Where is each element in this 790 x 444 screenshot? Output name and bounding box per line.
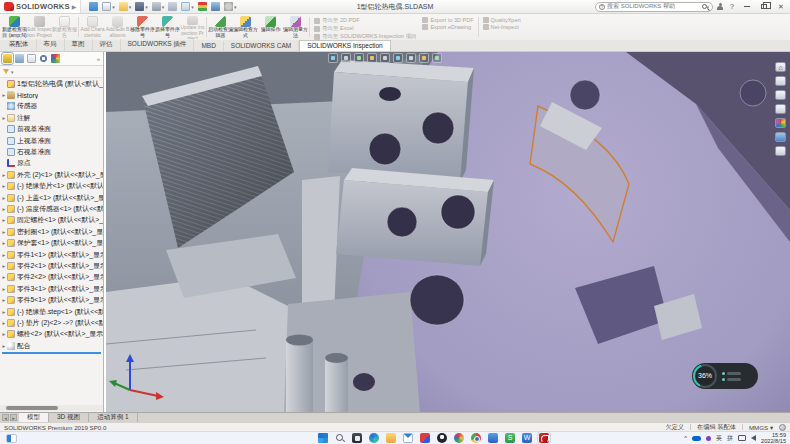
save-caret-icon[interactable]: ▾ bbox=[145, 4, 148, 10]
tree-item-component[interactable]: ▸固定螺栓<1> (默认<<默认>_显示 bbox=[0, 215, 103, 226]
save-icon[interactable] bbox=[135, 2, 144, 11]
tree-item-component[interactable]: ▸零件2<1> (默认<<默认>_显示状 bbox=[0, 260, 103, 271]
edit-inspection-project-button[interactable]: Edit Inspection Project bbox=[27, 15, 52, 39]
tree-item-component[interactable]: ▸零件1<1> (默认<<默认>_显示状态 bbox=[0, 249, 103, 260]
new-document-icon[interactable] bbox=[102, 2, 111, 11]
options-caret-icon[interactable]: ▾ bbox=[234, 4, 237, 10]
ime-language-indicator[interactable]: 英 bbox=[716, 434, 722, 443]
tray-app-icon[interactable] bbox=[706, 436, 711, 441]
update-inspection-project-button[interactable]: Update Inspection Project bbox=[180, 15, 205, 39]
filter-funnel-icon[interactable] bbox=[3, 69, 9, 74]
tree-item-component[interactable]: ▸零件3<1> (默认<<默认>_显示状 bbox=[0, 283, 103, 294]
solidworks-taskbar-icon[interactable] bbox=[539, 433, 549, 443]
tab-3d-views[interactable]: 3D 视图 bbox=[49, 413, 89, 422]
edit-appearance-icon[interactable] bbox=[419, 53, 429, 63]
export-excel-button[interactable]: 导出至 Excel bbox=[314, 25, 416, 32]
tree-item-right-plane[interactable]: 右视基准面 bbox=[0, 146, 103, 157]
zoom-pill-option[interactable] bbox=[722, 372, 741, 375]
tab-mbd[interactable]: MBD bbox=[194, 41, 223, 51]
edge-browser-icon[interactable] bbox=[369, 433, 379, 443]
tree-item-component[interactable]: ▸保护套<1> (默认<<默认>_显示状 bbox=[0, 237, 103, 248]
remove-balloons-button[interactable]: 移除零件序号 bbox=[130, 15, 155, 39]
tree-item-annotations[interactable]: ▸注解 bbox=[0, 112, 103, 123]
tab-model[interactable]: 模型 bbox=[19, 413, 49, 422]
search-icon[interactable] bbox=[702, 4, 707, 9]
file-explorer-taskbar-icon[interactable] bbox=[386, 433, 396, 443]
home-tab-icon[interactable]: ⌂ bbox=[775, 62, 786, 72]
solidworks-resources-icon[interactable] bbox=[775, 76, 786, 86]
tree-item-component[interactable]: ▸(-) 绝缘垫.step<1> (默认<<默认> bbox=[0, 306, 103, 317]
appearances-tab-icon[interactable] bbox=[51, 54, 60, 63]
app-blue-icon[interactable] bbox=[488, 433, 498, 443]
undo-icon[interactable] bbox=[168, 2, 177, 11]
clock[interactable]: 15:59 2022/8/15 bbox=[761, 432, 786, 444]
tab-evaluate[interactable]: 评估 bbox=[93, 39, 121, 51]
new-caret-icon[interactable]: ▾ bbox=[112, 4, 115, 10]
export-edrawing-button[interactable]: Export eDrawing bbox=[422, 24, 473, 30]
tree-item-component[interactable]: ▸螺栓<2> (默认<<默认>_显示状态 bbox=[0, 329, 103, 340]
wps-app-icon[interactable]: W bbox=[522, 433, 532, 443]
tree-item-front-plane[interactable]: 前视基准面 bbox=[0, 124, 103, 135]
speaker-icon[interactable] bbox=[751, 435, 756, 441]
file-explorer-icon[interactable] bbox=[775, 104, 786, 114]
display-settings-icon[interactable] bbox=[211, 2, 220, 11]
zoom-area-icon[interactable] bbox=[341, 53, 351, 63]
scroll-left-icon[interactable]: ◂ bbox=[2, 414, 9, 421]
tab-cam[interactable]: SOLIDWORKS CAM bbox=[224, 41, 299, 51]
add-edit-balloons-button[interactable]: Add/Edit Balloons bbox=[105, 15, 130, 39]
tree-item-component[interactable]: ▸密封圈<1> (默认<<默认>_显示状 bbox=[0, 226, 103, 237]
scrollbar-thumb[interactable] bbox=[6, 406, 58, 410]
tab-assembly[interactable]: 装配体 bbox=[2, 39, 37, 51]
export-2d-pdf-button[interactable]: 导出至 2D PDF bbox=[314, 17, 416, 24]
property-manager-tab-icon[interactable] bbox=[15, 54, 24, 63]
tab-sketch[interactable]: 草图 bbox=[65, 39, 93, 51]
menu-expand-arrow-icon[interactable]: ▶ bbox=[72, 3, 77, 10]
tree-item-component[interactable]: ▸(-) 垫片 (2)<2> ->? (默认<<默认 bbox=[0, 317, 103, 328]
view-settings-icon[interactable] bbox=[432, 53, 442, 63]
tree-item-component[interactable]: ▸零件2<2> (默认<<默认>_显示状 bbox=[0, 272, 103, 283]
export-3d-pdf-button[interactable]: Export to 3D PDF bbox=[422, 17, 473, 23]
edit-operation-button[interactable]: 编辑操作 bbox=[258, 15, 283, 39]
tree-filter-bar[interactable]: ▾ bbox=[0, 66, 103, 78]
tree-item-origin[interactable]: 原点 bbox=[0, 158, 103, 169]
open-icon[interactable] bbox=[119, 2, 128, 11]
edit-measurement-method-button[interactable]: 编辑测量方法 bbox=[283, 15, 308, 39]
tree-item-sensors[interactable]: 传感器 bbox=[0, 101, 103, 112]
chrome-icon[interactable] bbox=[471, 433, 481, 443]
tray-chevron-up-icon[interactable]: ^ bbox=[684, 435, 687, 441]
graphics-viewport[interactable]: ⌂ 36% bbox=[106, 52, 790, 412]
print-icon[interactable] bbox=[152, 2, 161, 11]
tree-item-component[interactable]: ▸零件5<1> (默认<<默认>_显示状态 bbox=[0, 294, 103, 305]
open-caret-icon[interactable]: ▾ bbox=[129, 4, 132, 10]
new-inspection-report-button[interactable]: 新建检查报告 bbox=[52, 15, 77, 39]
print-caret-icon[interactable]: ▾ bbox=[162, 4, 165, 10]
custom-properties-icon[interactable] bbox=[775, 146, 786, 156]
help-button[interactable]: ? bbox=[727, 3, 737, 10]
select-cursor-icon[interactable] bbox=[181, 2, 190, 11]
view-palette-icon[interactable] bbox=[775, 132, 786, 142]
select-balloons-button[interactable]: 选择零件序号 bbox=[155, 15, 180, 39]
tab-layout[interactable]: 布局 bbox=[37, 39, 65, 51]
restore-button[interactable] bbox=[757, 1, 771, 13]
display-style-icon[interactable] bbox=[393, 53, 403, 63]
view-orientation-icon[interactable] bbox=[380, 53, 390, 63]
tab-motion-study[interactable]: 运动算例 1 bbox=[89, 413, 137, 422]
qualityxpert-button[interactable]: QualityXpert bbox=[483, 17, 521, 23]
zoom-fit-icon[interactable] bbox=[328, 53, 338, 63]
status-globe-icon[interactable] bbox=[779, 424, 786, 431]
close-button[interactable]: ✕ bbox=[774, 1, 788, 13]
tree-item-top-plane[interactable]: 上视基准面 bbox=[0, 135, 103, 146]
add-characteristic-button[interactable]: Add Characteristic bbox=[80, 15, 105, 39]
tree-item-component[interactable]: ▸(-) 绝缘垫片<1> (默认<<默认>_显 bbox=[0, 181, 103, 192]
appearances-scenes-icon[interactable] bbox=[775, 118, 786, 128]
edit-inspection-method-button[interactable]: 编辑检查方式 bbox=[233, 15, 258, 39]
scroll-right-icon[interactable]: ▸ bbox=[10, 414, 17, 421]
task-view-icon[interactable] bbox=[352, 433, 362, 443]
hide-show-items-icon[interactable] bbox=[406, 53, 416, 63]
export-inspection-project-button[interactable]: 导出至 SOLIDWORKS Inspection 项目 bbox=[314, 33, 416, 40]
tree-item-component[interactable]: ▸外壳 (2)<1> (默认<<默认>_显示状 bbox=[0, 169, 103, 180]
widgets-icon[interactable] bbox=[6, 434, 17, 443]
new-inspection-project-button[interactable]: 新建检查项目 (amp;N) bbox=[2, 15, 27, 39]
home-icon[interactable] bbox=[89, 2, 98, 11]
units-selector[interactable]: MMGS ▾ bbox=[749, 424, 773, 431]
